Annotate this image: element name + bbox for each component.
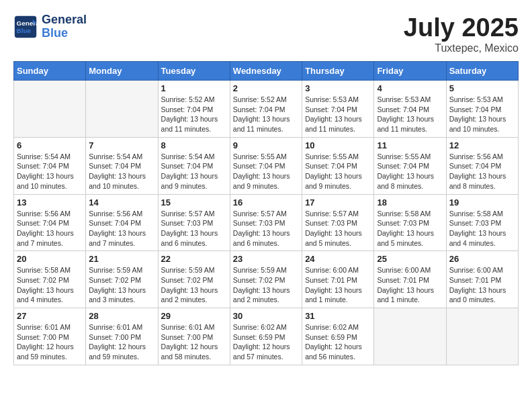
calendar-cell: 21Sunrise: 5:59 AM Sunset: 7:02 PM Dayli… bbox=[86, 251, 158, 308]
day-info: Sunrise: 5:58 AM Sunset: 7:02 PM Dayligh… bbox=[17, 265, 83, 305]
calendar-cell: 6Sunrise: 5:54 AM Sunset: 7:04 PM Daylig… bbox=[14, 137, 86, 194]
day-info: Sunrise: 6:01 AM Sunset: 7:00 PM Dayligh… bbox=[161, 322, 227, 362]
svg-text:General: General bbox=[17, 19, 38, 27]
day-info: Sunrise: 5:56 AM Sunset: 7:04 PM Dayligh… bbox=[17, 209, 83, 248]
day-number: 17 bbox=[305, 197, 371, 208]
logo: General Blue GeneralBlue bbox=[13, 13, 87, 40]
day-info: Sunrise: 6:02 AM Sunset: 6:59 PM Dayligh… bbox=[233, 322, 299, 362]
day-number: 29 bbox=[161, 311, 227, 321]
day-info: Sunrise: 5:54 AM Sunset: 7:04 PM Dayligh… bbox=[89, 152, 154, 191]
day-info: Sunrise: 5:54 AM Sunset: 7:04 PM Dayligh… bbox=[161, 152, 227, 191]
day-number: 20 bbox=[17, 254, 83, 264]
day-info: Sunrise: 5:58 AM Sunset: 7:03 PM Dayligh… bbox=[377, 209, 443, 248]
day-number: 27 bbox=[17, 311, 83, 321]
calendar-cell: 20Sunrise: 5:58 AM Sunset: 7:02 PM Dayli… bbox=[14, 251, 86, 308]
logo-icon: General Blue bbox=[13, 15, 38, 39]
day-info: Sunrise: 5:53 AM Sunset: 7:04 PM Dayligh… bbox=[449, 95, 515, 134]
calendar-cell: 28Sunrise: 6:01 AM Sunset: 7:00 PM Dayli… bbox=[86, 308, 158, 365]
day-number: 26 bbox=[449, 254, 515, 264]
calendar-cell: 31Sunrise: 6:02 AM Sunset: 6:59 PM Dayli… bbox=[302, 308, 374, 365]
day-info: Sunrise: 5:55 AM Sunset: 7:04 PM Dayligh… bbox=[305, 152, 371, 191]
day-number: 24 bbox=[305, 254, 371, 264]
day-info: Sunrise: 5:57 AM Sunset: 7:03 PM Dayligh… bbox=[161, 209, 227, 248]
day-info: Sunrise: 6:02 AM Sunset: 6:59 PM Dayligh… bbox=[305, 322, 371, 362]
calendar-cell: 8Sunrise: 5:54 AM Sunset: 7:04 PM Daylig… bbox=[158, 137, 230, 194]
day-number: 18 bbox=[377, 197, 443, 208]
day-header-tuesday: Tuesday bbox=[158, 62, 230, 81]
calendar-cell: 29Sunrise: 6:01 AM Sunset: 7:00 PM Dayli… bbox=[158, 308, 230, 365]
title-area: July 2025 Tuxtepec, Mexico bbox=[404, 13, 519, 54]
calendar-cell: 1Sunrise: 5:52 AM Sunset: 7:04 PM Daylig… bbox=[158, 81, 230, 138]
calendar-cell: 22Sunrise: 5:59 AM Sunset: 7:02 PM Dayli… bbox=[158, 251, 230, 308]
calendar-cell: 13Sunrise: 5:56 AM Sunset: 7:04 PM Dayli… bbox=[14, 194, 86, 251]
day-number: 11 bbox=[377, 140, 443, 150]
calendar-cell: 12Sunrise: 5:56 AM Sunset: 7:04 PM Dayli… bbox=[446, 137, 518, 194]
header: General Blue GeneralBlue July 2025 Tuxte… bbox=[13, 13, 519, 54]
day-header-saturday: Saturday bbox=[446, 62, 518, 81]
day-info: Sunrise: 5:53 AM Sunset: 7:04 PM Dayligh… bbox=[377, 95, 443, 134]
calendar-cell: 5Sunrise: 5:53 AM Sunset: 7:04 PM Daylig… bbox=[446, 81, 518, 138]
day-number: 28 bbox=[89, 311, 154, 321]
day-number: 3 bbox=[305, 83, 371, 93]
month-title: July 2025 bbox=[404, 13, 519, 42]
day-header-wednesday: Wednesday bbox=[230, 62, 302, 81]
day-number: 14 bbox=[89, 197, 154, 208]
day-number: 1 bbox=[161, 83, 227, 93]
calendar-cell: 4Sunrise: 5:53 AM Sunset: 7:04 PM Daylig… bbox=[374, 81, 446, 138]
calendar-cell: 17Sunrise: 5:57 AM Sunset: 7:03 PM Dayli… bbox=[302, 194, 374, 251]
subtitle: Tuxtepec, Mexico bbox=[404, 42, 519, 54]
day-info: Sunrise: 5:57 AM Sunset: 7:03 PM Dayligh… bbox=[233, 209, 299, 248]
day-info: Sunrise: 6:00 AM Sunset: 7:01 PM Dayligh… bbox=[377, 265, 443, 305]
calendar-cell: 30Sunrise: 6:02 AM Sunset: 6:59 PM Dayli… bbox=[230, 308, 302, 365]
day-info: Sunrise: 5:54 AM Sunset: 7:04 PM Dayligh… bbox=[17, 152, 83, 191]
day-info: Sunrise: 5:52 AM Sunset: 7:04 PM Dayligh… bbox=[233, 95, 299, 134]
calendar-cell: 19Sunrise: 5:58 AM Sunset: 7:03 PM Dayli… bbox=[446, 194, 518, 251]
calendar-cell bbox=[86, 81, 158, 138]
logo-text: GeneralBlue bbox=[42, 13, 87, 40]
calendar-week-1: 1Sunrise: 5:52 AM Sunset: 7:04 PM Daylig… bbox=[14, 81, 519, 138]
day-info: Sunrise: 5:57 AM Sunset: 7:03 PM Dayligh… bbox=[305, 209, 371, 248]
day-header-monday: Monday bbox=[86, 62, 158, 81]
calendar-cell: 2Sunrise: 5:52 AM Sunset: 7:04 PM Daylig… bbox=[230, 81, 302, 138]
day-info: Sunrise: 5:55 AM Sunset: 7:04 PM Dayligh… bbox=[233, 152, 299, 191]
calendar-cell: 25Sunrise: 6:00 AM Sunset: 7:01 PM Dayli… bbox=[374, 251, 446, 308]
calendar-cell: 18Sunrise: 5:58 AM Sunset: 7:03 PM Dayli… bbox=[374, 194, 446, 251]
day-number: 22 bbox=[161, 254, 227, 264]
day-header-sunday: Sunday bbox=[14, 62, 86, 81]
day-number: 15 bbox=[161, 197, 227, 208]
day-number: 4 bbox=[377, 83, 443, 93]
calendar-week-4: 20Sunrise: 5:58 AM Sunset: 7:02 PM Dayli… bbox=[14, 251, 519, 308]
calendar-cell: 11Sunrise: 5:55 AM Sunset: 7:04 PM Dayli… bbox=[374, 137, 446, 194]
calendar-cell: 14Sunrise: 5:56 AM Sunset: 7:04 PM Dayli… bbox=[86, 194, 158, 251]
day-info: Sunrise: 6:01 AM Sunset: 7:00 PM Dayligh… bbox=[17, 322, 83, 362]
day-info: Sunrise: 5:59 AM Sunset: 7:02 PM Dayligh… bbox=[161, 265, 227, 305]
calendar-cell: 23Sunrise: 5:59 AM Sunset: 7:02 PM Dayli… bbox=[230, 251, 302, 308]
day-info: Sunrise: 6:00 AM Sunset: 7:01 PM Dayligh… bbox=[305, 265, 371, 305]
day-info: Sunrise: 5:52 AM Sunset: 7:04 PM Dayligh… bbox=[161, 95, 227, 134]
day-number: 8 bbox=[161, 140, 227, 150]
day-header-thursday: Thursday bbox=[302, 62, 374, 81]
day-info: Sunrise: 5:55 AM Sunset: 7:04 PM Dayligh… bbox=[377, 152, 443, 191]
calendar-cell bbox=[14, 81, 86, 138]
day-info: Sunrise: 6:01 AM Sunset: 7:00 PM Dayligh… bbox=[89, 322, 154, 362]
calendar-week-5: 27Sunrise: 6:01 AM Sunset: 7:00 PM Dayli… bbox=[14, 308, 519, 365]
calendar-cell: 9Sunrise: 5:55 AM Sunset: 7:04 PM Daylig… bbox=[230, 137, 302, 194]
day-info: Sunrise: 5:53 AM Sunset: 7:04 PM Dayligh… bbox=[305, 95, 371, 134]
day-number: 13 bbox=[17, 197, 83, 208]
day-number: 5 bbox=[449, 83, 515, 93]
day-number: 16 bbox=[233, 197, 299, 208]
calendar-cell: 16Sunrise: 5:57 AM Sunset: 7:03 PM Dayli… bbox=[230, 194, 302, 251]
day-info: Sunrise: 5:58 AM Sunset: 7:03 PM Dayligh… bbox=[449, 209, 515, 248]
svg-text:Blue: Blue bbox=[17, 27, 32, 34]
calendar-cell bbox=[446, 308, 518, 365]
calendar-header-row: SundayMondayTuesdayWednesdayThursdayFrid… bbox=[14, 62, 519, 81]
calendar-week-2: 6Sunrise: 5:54 AM Sunset: 7:04 PM Daylig… bbox=[14, 137, 519, 194]
calendar-cell: 10Sunrise: 5:55 AM Sunset: 7:04 PM Dayli… bbox=[302, 137, 374, 194]
day-number: 9 bbox=[233, 140, 299, 150]
day-number: 21 bbox=[89, 254, 154, 264]
calendar-cell: 27Sunrise: 6:01 AM Sunset: 7:00 PM Dayli… bbox=[14, 308, 86, 365]
day-header-friday: Friday bbox=[374, 62, 446, 81]
calendar: SundayMondayTuesdayWednesdayThursdayFrid… bbox=[13, 61, 519, 365]
calendar-cell: 24Sunrise: 6:00 AM Sunset: 7:01 PM Dayli… bbox=[302, 251, 374, 308]
calendar-cell bbox=[374, 308, 446, 365]
